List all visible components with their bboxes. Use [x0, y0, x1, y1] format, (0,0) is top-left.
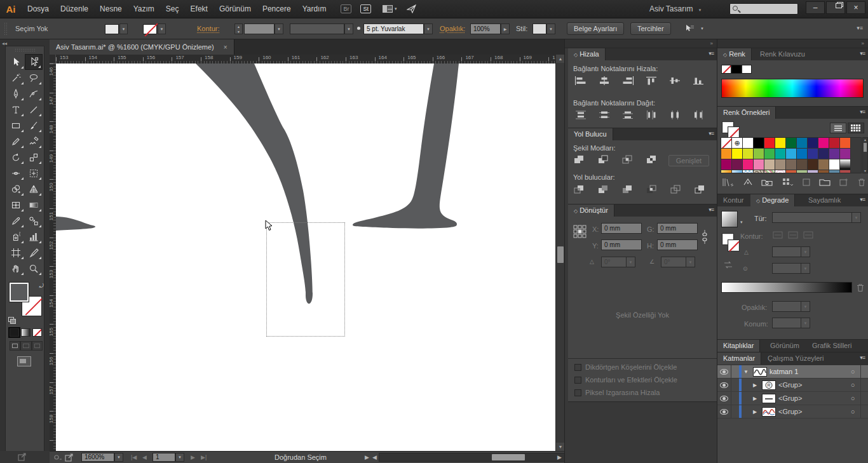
tab-swatches[interactable]: Renk Örnekleri — [717, 107, 776, 119]
search-field[interactable] — [729, 3, 798, 15]
swatch[interactable] — [754, 138, 764, 149]
chevron-down-icon[interactable]: ▼ — [852, 212, 861, 223]
swatch[interactable] — [797, 138, 808, 149]
unite-button[interactable] — [573, 154, 588, 166]
library-books-icon[interactable] — [722, 178, 735, 187]
vertical-scroll-thumb[interactable] — [557, 246, 564, 263]
disclosure-icon[interactable]: ▶ — [750, 409, 759, 415]
gradient-angle-field[interactable]: ▼ — [772, 246, 810, 257]
shaper-tool[interactable] — [25, 133, 43, 149]
fill-indicator[interactable] — [10, 283, 29, 302]
panel-menu-icon[interactable]: ▾≡ — [860, 354, 865, 361]
panel-menu-icon[interactable]: ▾≡ — [709, 50, 714, 57]
swatch[interactable] — [721, 159, 732, 170]
panel-menu-icon[interactable]: ▾≡ — [857, 25, 863, 31]
rotate-value[interactable]: 0° — [601, 257, 627, 267]
swatch[interactable] — [797, 159, 808, 170]
ruler-origin-corner[interactable] — [50, 55, 56, 64]
eyedropper-tool[interactable] — [7, 213, 25, 229]
brush-definition-field[interactable]: 5 pt. Yuvarlak — [363, 23, 424, 34]
swatch[interactable] — [721, 138, 732, 149]
swatch[interactable] — [721, 149, 732, 159]
expand-button[interactable]: Genişlet — [668, 155, 709, 166]
align-left-button[interactable] — [573, 75, 588, 86]
target-icon[interactable]: ○ — [845, 368, 860, 375]
selection-column[interactable] — [860, 365, 868, 378]
layer-thumbnail[interactable] — [762, 407, 776, 417]
canvas[interactable] — [56, 64, 555, 451]
tab-color[interactable]: ◇Renk — [717, 48, 752, 60]
layer-thumbnail[interactable]: R — [762, 380, 776, 390]
layer-thumbnail[interactable] — [762, 394, 776, 403]
align-right-button[interactable] — [620, 75, 635, 86]
gradient-tool[interactable] — [25, 197, 43, 213]
visibility-toggle[interactable] — [717, 379, 731, 391]
swatch-kinds-icon[interactable] — [782, 178, 794, 187]
merge-button[interactable] — [621, 184, 637, 196]
first-artboard-icon[interactable]: |◀ — [131, 454, 137, 460]
swatch[interactable] — [840, 149, 851, 159]
swatch[interactable] — [840, 138, 851, 149]
dist-bottom-button[interactable] — [620, 109, 635, 121]
chevron-down-icon[interactable]: ▼ — [114, 453, 123, 462]
swatch[interactable] — [775, 138, 786, 149]
swatch[interactable] — [775, 170, 786, 173]
panel-menu-icon[interactable]: ▾≡ — [860, 50, 865, 57]
direct-selection-tool[interactable] — [25, 54, 43, 70]
h-value[interactable]: 0 mm — [657, 239, 698, 250]
stroke-color-combo[interactable]: ▼ — [143, 23, 166, 35]
vertical-scrollbar[interactable]: ▲ ▼ — [555, 55, 564, 451]
swatch[interactable] — [754, 149, 764, 159]
layer-thumbnail[interactable] — [753, 367, 767, 377]
minus-back-button[interactable] — [694, 184, 709, 196]
layer-name[interactable]: <Grup> — [778, 408, 845, 415]
vertical-ruler[interactable]: 146147148149150151152153154155156157158 — [50, 64, 56, 451]
stroke-within-icon[interactable] — [772, 230, 783, 241]
swatch[interactable] — [818, 159, 829, 170]
artboard-tool[interactable] — [7, 245, 25, 260]
select-similar-icon[interactable] — [684, 24, 695, 33]
menu-nesne[interactable]: Nesne — [94, 0, 128, 18]
dist-top-button[interactable] — [573, 109, 588, 121]
scale-strokes-checkbox[interactable]: Konturları ve Efektleri Ölçekle — [574, 376, 677, 384]
drawing-modes[interactable] — [10, 341, 43, 351]
trim-button[interactable] — [597, 184, 613, 196]
swatch[interactable] — [818, 149, 829, 159]
layer-row[interactable]: ▶<Grup>○ — [717, 405, 868, 419]
chevron-down-icon[interactable]: ▾ — [740, 220, 743, 225]
document-setup-button[interactable]: Belge Ayarları — [567, 22, 624, 35]
horizontal-ruler[interactable]: 1531541551561571581591601611621631641651… — [56, 55, 555, 64]
rectangle-tool[interactable] — [7, 117, 25, 133]
scroll-down-icon[interactable]: ▼ — [863, 169, 867, 173]
layer-row[interactable]: ▼katman 1○ — [717, 365, 868, 379]
stroke-across-icon[interactable] — [803, 230, 814, 241]
shear-value[interactable]: 0° — [661, 257, 686, 267]
tab-transparency[interactable]: Saydamlık — [803, 194, 846, 206]
panel-menu-icon[interactable]: ▾≡ — [860, 109, 865, 115]
target-icon[interactable]: ○ — [845, 394, 860, 402]
perspective-grid-tool[interactable] — [25, 181, 43, 197]
swatch[interactable] — [829, 149, 840, 159]
selection-column[interactable] — [860, 392, 868, 405]
minimize-button[interactable]: – — [806, 1, 825, 14]
list-view-button[interactable] — [830, 123, 846, 133]
fill-swatch[interactable] — [105, 24, 119, 34]
panel-grip[interactable] — [4, 22, 8, 35]
divide-button[interactable] — [573, 184, 588, 196]
swatch[interactable] — [743, 170, 754, 173]
swatch[interactable] — [808, 138, 818, 149]
stroke-along-icon[interactable] — [787, 230, 799, 241]
grid-view-button[interactable] — [848, 123, 864, 133]
swatch[interactable] — [786, 170, 797, 173]
gradient-opacity-field[interactable]: ▼ — [772, 301, 810, 312]
reference-point-grid[interactable] — [573, 225, 587, 239]
bridge-button[interactable]: Br — [341, 4, 351, 13]
workspace-switcher[interactable]: Asiv Tasarım ▾ — [649, 0, 701, 18]
swatch[interactable] — [840, 159, 851, 170]
themes-icon[interactable] — [743, 178, 753, 187]
export-icon[interactable] — [65, 453, 74, 462]
mesh-tool[interactable] — [7, 197, 25, 213]
gradient-mode-button[interactable] — [21, 328, 31, 337]
next-artboard-icon[interactable]: ▶ — [191, 454, 195, 460]
draw-inside-icon[interactable] — [32, 341, 43, 351]
